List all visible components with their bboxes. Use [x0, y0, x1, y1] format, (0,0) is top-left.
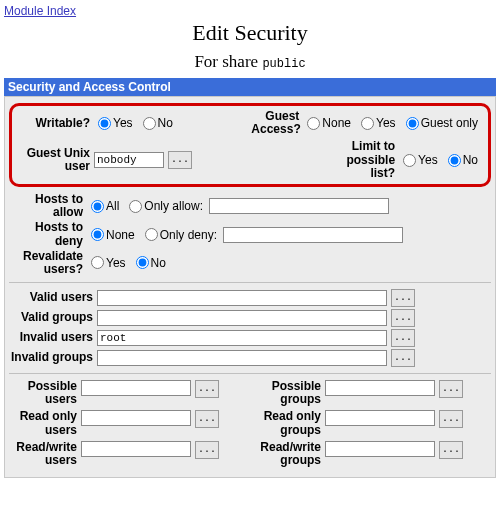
possible-groups-browse[interactable]: ...	[439, 380, 463, 398]
invalid-groups-browse[interactable]: ...	[391, 349, 415, 367]
invalid-users-browse[interactable]: ...	[391, 329, 415, 347]
highlight-box: Writable? Yes No Guest Access? None	[9, 103, 491, 187]
valid-groups-browse[interactable]: ...	[391, 309, 415, 327]
separator-2	[9, 373, 491, 374]
guest-none-text: None	[322, 116, 351, 130]
limit-yes[interactable]: Yes	[399, 153, 438, 167]
read-write-users-input[interactable]	[81, 441, 191, 457]
writable-yes-text: Yes	[113, 116, 133, 130]
read-write-users-browse[interactable]: ...	[195, 441, 219, 459]
limit-yes-text: Yes	[418, 153, 438, 167]
possible-users-browse[interactable]: ...	[195, 380, 219, 398]
guest-unix-user-input[interactable]	[94, 152, 164, 168]
section-title-bar: Security and Access Control	[4, 78, 496, 96]
guest-only-text: Guest only	[421, 116, 478, 130]
limit-no-radio[interactable]	[448, 154, 461, 167]
writable-no-radio[interactable]	[143, 117, 156, 130]
invalid-users-label: Invalid users	[9, 331, 97, 344]
hosts-allow-all-radio[interactable]	[91, 200, 104, 213]
revalidate-yes-text: Yes	[106, 256, 126, 270]
guest-yes-radio[interactable]	[361, 117, 374, 130]
guest-only[interactable]: Guest only	[402, 116, 478, 130]
read-only-groups-label: Read only groups	[253, 410, 325, 436]
valid-groups-input[interactable]	[97, 310, 387, 326]
invalid-groups-label: Invalid groups	[9, 351, 97, 364]
read-only-users-label: Read only users	[9, 410, 81, 436]
writable-yes[interactable]: Yes	[94, 116, 133, 130]
hosts-deny-label: Hosts to deny	[9, 221, 87, 247]
invalid-users-input[interactable]	[97, 330, 387, 346]
hosts-deny-none[interactable]: None	[87, 228, 135, 242]
guest-none[interactable]: None	[303, 116, 351, 130]
read-only-users-browse[interactable]: ...	[195, 410, 219, 428]
possible-users-label: Possible users	[9, 380, 81, 406]
possible-groups-input[interactable]	[325, 380, 435, 396]
hosts-allow-all-text: All	[106, 199, 119, 213]
read-write-groups-input[interactable]	[325, 441, 435, 457]
share-line: For share public	[4, 52, 496, 72]
hosts-deny-none-radio[interactable]	[91, 228, 104, 241]
hosts-deny-none-text: None	[106, 228, 135, 242]
guest-yes-text: Yes	[376, 116, 396, 130]
revalidate-yes-radio[interactable]	[91, 256, 104, 269]
invalid-groups-input[interactable]	[97, 350, 387, 366]
hosts-deny-input[interactable]	[223, 227, 403, 243]
hosts-allow-all[interactable]: All	[87, 199, 119, 213]
hosts-deny-only-radio[interactable]	[145, 228, 158, 241]
valid-groups-label: Valid groups	[9, 311, 97, 324]
guest-unix-user-label: Guest Unix user	[16, 147, 94, 173]
share-name: public	[262, 57, 305, 71]
guest-none-radio[interactable]	[307, 117, 320, 130]
guest-only-radio[interactable]	[406, 117, 419, 130]
hosts-allow-only-radio[interactable]	[129, 200, 142, 213]
read-write-groups-label: Read/write groups	[253, 441, 325, 467]
limit-no-text: No	[463, 153, 478, 167]
possible-users-input[interactable]	[81, 380, 191, 396]
read-write-groups-browse[interactable]: ...	[439, 441, 463, 459]
guest-yes[interactable]: Yes	[357, 116, 396, 130]
revalidate-no-radio[interactable]	[136, 256, 149, 269]
hosts-allow-label: Hosts to allow	[9, 193, 87, 219]
revalidate-yes[interactable]: Yes	[87, 256, 126, 270]
hosts-deny-only[interactable]: Only deny:	[141, 228, 217, 242]
valid-users-label: Valid users	[9, 291, 97, 304]
hosts-allow-only[interactable]: Only allow:	[125, 199, 203, 213]
writable-yes-radio[interactable]	[98, 117, 111, 130]
limit-no[interactable]: No	[444, 153, 478, 167]
page-title: Edit Security	[4, 20, 496, 46]
guest-access-label: Guest Access?	[251, 110, 303, 136]
writable-label: Writable?	[16, 117, 94, 130]
guest-unix-user-browse[interactable]: ...	[168, 151, 192, 169]
read-write-users-label: Read/write users	[9, 441, 81, 467]
valid-users-input[interactable]	[97, 290, 387, 306]
module-index-link[interactable]: Module Index	[4, 4, 76, 18]
revalidate-label: Revalidate users?	[9, 250, 87, 276]
hosts-allow-input[interactable]	[209, 198, 389, 214]
valid-users-browse[interactable]: ...	[391, 289, 415, 307]
read-only-groups-browse[interactable]: ...	[439, 410, 463, 428]
limit-possible-label: Limit to possible list?	[339, 140, 399, 180]
limit-yes-radio[interactable]	[403, 154, 416, 167]
security-panel: Writable? Yes No Guest Access? None	[4, 96, 496, 478]
separator-1	[9, 282, 491, 283]
read-only-users-input[interactable]	[81, 410, 191, 426]
writable-no[interactable]: No	[139, 116, 173, 130]
share-prefix: For share	[194, 52, 258, 71]
revalidate-no-text: No	[151, 256, 166, 270]
possible-groups-label: Possible groups	[253, 380, 325, 406]
hosts-allow-only-text: Only allow:	[144, 199, 203, 213]
read-only-groups-input[interactable]	[325, 410, 435, 426]
writable-no-text: No	[158, 116, 173, 130]
hosts-deny-only-text: Only deny:	[160, 228, 217, 242]
revalidate-no[interactable]: No	[132, 256, 166, 270]
